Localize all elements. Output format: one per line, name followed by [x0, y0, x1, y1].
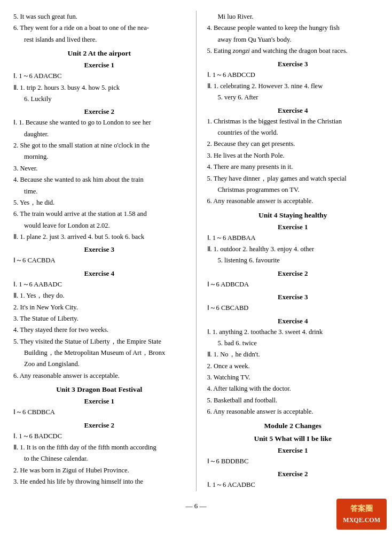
content-line: 6. Any reasonable answer is acceptable. [207, 407, 379, 417]
exercise-title: Exercise 2 [207, 269, 379, 278]
exercise-title: Exercise 1 [13, 397, 185, 406]
content-line: 2. He was born in Zigui of Hubei Provinc… [13, 465, 185, 476]
content-line: 4. Because she wanted to ask him about t… [13, 175, 185, 185]
content-line: 5. very 6. After [207, 92, 379, 103]
content-line: Ⅰ. 1～6 ABDCCD [207, 70, 379, 80]
content-line: 5. Basketball and football. [207, 395, 379, 406]
content-line: 2. She got to the small station at nine … [13, 141, 185, 151]
page-number: — 6 — [0, 502, 392, 510]
content-line: countries of the world. [207, 128, 379, 138]
content-line: Ⅰ～6 CACBDA [13, 255, 185, 266]
content-line: 3. The Statue of Liberty. [13, 314, 185, 324]
content-line: Building，the Metropolitan Museum of Art，… [13, 348, 185, 358]
content-line: 1. Christmas is the biggest festival in … [207, 117, 379, 127]
exercise-title: Exercise 1 [207, 446, 379, 455]
content-line: Ⅱ. 1. It is on the fifth day of the fift… [13, 443, 185, 453]
content-line: Christmas programmes on TV. [207, 185, 379, 195]
content-line: Ⅰ～6 ADBCDA [207, 280, 379, 290]
content-line: daughter. [13, 129, 185, 139]
content-line: Ⅰ. 1～6 AABADC [13, 280, 185, 290]
exercise-title: Exercise 4 [13, 269, 185, 278]
content-line: 3. Never. [13, 164, 185, 174]
content-line: Ⅰ. 1. Because she wanted to go to London… [13, 118, 185, 128]
content-line: 6. They went for a ride on a boat to one… [13, 23, 185, 33]
content-line: Ⅰ. 1. anything 2. toothache 3. sweet 4. … [207, 327, 379, 337]
content-line: 5. bad 6. twice [207, 338, 379, 348]
content-line: morning. [13, 152, 185, 162]
content-line: 2. It's in New York City. [13, 302, 185, 313]
content-line: 5. listening 6. favourite [207, 255, 379, 266]
content-line: would leave for London at 2.02. [13, 221, 185, 231]
content-line: Ⅰ. 1～6 BADCDC [13, 431, 185, 441]
content-line: time. [13, 187, 185, 197]
left-column: 5. It was such great fun.6. They went fo… [11, 11, 188, 491]
content-line: 5. Eating zongzi and watching the dragon… [207, 46, 379, 56]
content-line: 2. Once a week. [207, 361, 379, 371]
exercise-title: Exercise 4 [207, 317, 379, 325]
column-divider [196, 11, 197, 491]
content-line: Ⅱ. 1. trip 2. hours 3. busy 4. how 5. pi… [13, 83, 185, 93]
content-line: 4. After talking with the doctor. [207, 384, 379, 394]
right-column: Mi luo River.4. Because people wanted to… [205, 11, 382, 491]
watermark-line1: 答案圈 [343, 503, 380, 515]
content-line: Mi luo River. [207, 12, 379, 22]
exercise-title: Exercise 1 [207, 223, 379, 231]
content-line: 5. They have dinner，play games and watch… [207, 174, 379, 184]
content-line: Ⅱ. 1. outdoor 2. healthy 3. enjoy 4. oth… [207, 244, 379, 254]
content-line: 6. The train would arrive at the station… [13, 209, 185, 219]
content-line: Ⅰ～6 CBDBCA [13, 407, 185, 417]
section-title: Module 2 Changes [207, 422, 379, 430]
content-line: 4. There are many presents in it. [207, 162, 379, 172]
content-line: 3. Watching TV. [207, 372, 379, 383]
content-line: Ⅰ～6 CBCABD [207, 303, 379, 313]
content-line: Ⅱ. 1. No，he didn't. [207, 350, 379, 360]
content-line: 6. Luckily [13, 94, 185, 104]
content-line: 3. He ended his life by throwing himself… [13, 477, 185, 487]
content-line: Ⅰ. 1～6 ADACBC [13, 71, 185, 81]
content-line: Ⅱ. 1. Yes，they do. [13, 291, 185, 301]
section-title: Unit 2 At the airport [13, 49, 185, 58]
content-line: 5. Yes，he did. [13, 198, 185, 208]
watermark: 答案圈 MXQE.COM [336, 499, 387, 530]
content-line: to the Chinese calendar. [13, 454, 185, 464]
content-line: rest islands and lived there. [13, 35, 185, 45]
content-line: Ⅱ. 1. celebrating 2. However 3. nine 4. … [207, 81, 379, 91]
content-line: 3. He lives at the North Pole. [207, 151, 379, 161]
content-line: 4. Because people wanted to keep the hun… [207, 23, 379, 33]
content-line: 5. It was such great fun. [13, 12, 185, 22]
exercise-title: Exercise 3 [207, 293, 379, 301]
exercise-title: Exercise 3 [13, 245, 185, 254]
section-title: Unit 3 Dragon Boat Festival [13, 385, 185, 394]
content-line: 6. Any reasonable answer is acceptable. [207, 196, 379, 206]
section-title: Unit 4 Staying healthy [207, 211, 379, 220]
content-line: Ⅰ～6 BDDBBC [207, 456, 379, 467]
exercise-title: Exercise 4 [207, 106, 379, 115]
exercise-title: Exercise 2 [13, 107, 185, 116]
content-line: 2. Because they can get presents. [207, 139, 379, 149]
content-line: Ⅱ. 1. plane 2. just 3. arrived 4. but 5.… [13, 232, 185, 242]
exercise-title: Exercise 3 [207, 60, 379, 68]
content-line: Ⅰ. 1～6 ACADBC [207, 480, 379, 490]
exercise-title: Exercise 2 [13, 421, 185, 430]
exercise-title: Exercise 1 [13, 61, 185, 69]
watermark-line2: MXQE.COM [343, 515, 380, 525]
section-title: Unit 5 What will I be like [207, 434, 379, 443]
content-line: Ⅰ. 1～6 ABDBAA [207, 233, 379, 243]
content-line: 5. They visited the Statue of Liberty，th… [13, 337, 185, 347]
content-line: Zoo and Longisland. [13, 359, 185, 369]
content-line: away from Qu Yuan's body. [207, 35, 379, 45]
page-content: 5. It was such great fun.6. They went fo… [0, 5, 392, 496]
exercise-title: Exercise 2 [207, 470, 379, 478]
content-line: 6. Any reasonable answer is acceptable. [13, 371, 185, 381]
content-line: 4. They stayed there for two weeks. [13, 325, 185, 335]
